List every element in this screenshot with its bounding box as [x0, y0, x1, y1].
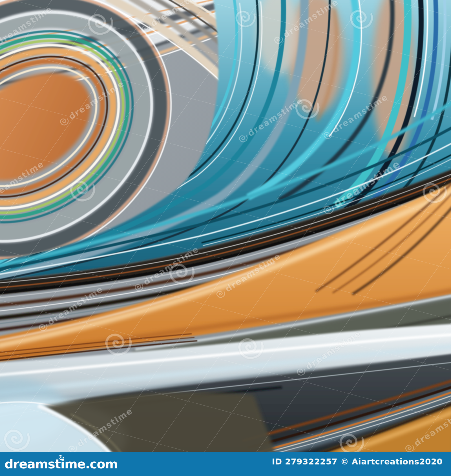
- abstract-fluid-artwork: [0, 0, 451, 452]
- logo-spiral-icon: [59, 455, 64, 460]
- image-credit: ID 279322257 © Aiartcreations2020: [272, 457, 443, 466]
- footer-bar: dreamstime.com ID 279322257 © Aiartcreat…: [0, 452, 451, 476]
- dreamstime-logo: dreamstime.com: [5, 458, 118, 470]
- stock-photo-preview: dreamstime dreamstime dreamstime dreamst…: [0, 0, 451, 476]
- abstract-fluid-art-canvas: [0, 0, 451, 452]
